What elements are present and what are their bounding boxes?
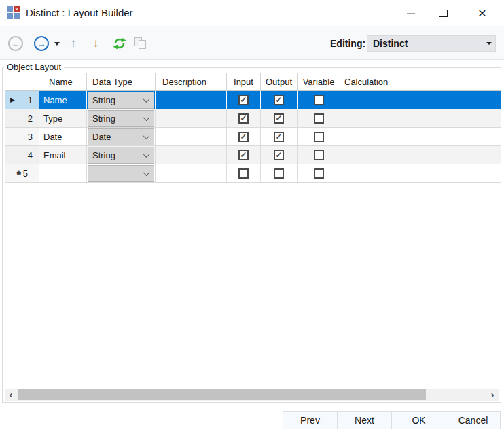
maximize-button[interactable] <box>427 0 458 26</box>
name-cell[interactable]: Date <box>39 128 87 145</box>
row-number: 4 <box>28 150 33 160</box>
chevron-down-icon <box>139 147 154 163</box>
cancel-button[interactable]: Cancel <box>446 411 501 429</box>
input-checkbox[interactable]: ✓ <box>238 113 249 124</box>
data-type-dropdown[interactable]: Date <box>88 128 154 145</box>
variable-checkbox[interactable] <box>314 150 324 160</box>
name-cell[interactable]: Type <box>39 109 87 127</box>
ok-button[interactable]: OK <box>391 411 446 429</box>
data-type-dropdown[interactable]: String <box>88 110 154 127</box>
data-type-dropdown[interactable]: String <box>88 92 154 109</box>
name-cell[interactable] <box>39 164 87 182</box>
current-row-marker-icon: ▶ <box>10 96 15 103</box>
input-checkbox[interactable] <box>238 168 249 179</box>
row-number: 3 <box>28 132 33 142</box>
move-down-button[interactable]: ↓ <box>90 26 102 60</box>
description-cell[interactable] <box>156 109 227 127</box>
grid-corner-header[interactable] <box>5 73 39 90</box>
output-checkbox[interactable]: ✓ <box>274 132 284 142</box>
table-row[interactable]: 3DateDate✓✓ <box>5 128 501 146</box>
move-up-button[interactable]: ↑ <box>67 26 79 60</box>
table-row[interactable]: 4EmailString✓✓ <box>5 146 501 164</box>
row-number: 5 <box>23 168 28 179</box>
scroll-left-button[interactable]: ‹ <box>5 389 17 401</box>
input-checkbox[interactable]: ✓ <box>238 150 249 160</box>
refresh-button[interactable] <box>111 26 128 60</box>
forward-icon: → <box>34 36 49 51</box>
output-checkbox[interactable] <box>274 168 284 179</box>
chevron-right-icon: › <box>491 389 494 400</box>
prev-button[interactable]: Prev <box>283 411 338 429</box>
table-row[interactable]: 2TypeString✓✓ <box>5 109 501 128</box>
horizontal-scrollbar[interactable]: ‹ › <box>5 389 499 401</box>
calculation-cell[interactable] <box>340 128 501 145</box>
calculation-cell[interactable] <box>340 164 501 182</box>
scroll-right-button[interactable]: › <box>486 389 499 401</box>
column-header-data-type[interactable]: Data Type <box>87 73 156 90</box>
row-header[interactable]: ✱5 <box>5 164 39 182</box>
editing-dropdown[interactable]: Distinct <box>367 35 496 52</box>
row-header[interactable]: 4 <box>5 146 39 164</box>
description-cell[interactable] <box>156 91 227 109</box>
data-type-value: Date <box>88 132 139 142</box>
calculation-cell[interactable] <box>340 109 501 127</box>
forward-button[interactable]: → <box>34 26 49 60</box>
data-type-cell: String <box>87 109 156 127</box>
chevron-down-icon <box>139 92 154 108</box>
chevron-down-icon <box>483 42 495 45</box>
column-header-description[interactable]: Description <box>156 73 227 90</box>
down-arrow-icon: ↓ <box>93 37 99 50</box>
close-button[interactable]: × <box>467 0 498 26</box>
row-header[interactable]: ▶1 <box>5 91 39 109</box>
next-button[interactable]: Next <box>337 411 392 429</box>
forward-dropdown-button[interactable] <box>53 26 61 60</box>
row-header[interactable]: 3 <box>5 128 39 145</box>
chevron-down-icon <box>139 166 154 181</box>
scrollbar-thumb[interactable] <box>18 389 426 400</box>
input-checkbox[interactable]: ✓ <box>238 95 249 105</box>
column-header-variable[interactable]: Variable <box>298 73 340 90</box>
back-button[interactable]: ← <box>8 26 23 60</box>
input-checkbox[interactable]: ✓ <box>238 132 249 142</box>
close-icon: × <box>478 5 486 21</box>
maximize-icon <box>439 10 448 17</box>
up-arrow-icon: ↑ <box>71 37 77 50</box>
data-type-dropdown[interactable]: String <box>88 147 154 164</box>
name-cell[interactable]: Name <box>39 91 87 109</box>
copy-paste-icon <box>134 37 147 50</box>
copy-layout-button[interactable] <box>133 26 148 60</box>
row-header[interactable]: 2 <box>5 109 39 127</box>
column-header-input[interactable]: Input <box>227 73 261 90</box>
description-cell[interactable] <box>156 128 227 145</box>
column-header-output[interactable]: Output <box>261 73 298 90</box>
variable-checkbox[interactable] <box>314 132 324 142</box>
variable-checkbox[interactable] <box>314 168 324 179</box>
column-header-calculation[interactable]: Calculation <box>340 73 501 90</box>
back-icon: ← <box>8 36 23 51</box>
chevron-down-icon <box>139 111 154 126</box>
calculation-cell[interactable] <box>340 91 501 109</box>
description-cell[interactable] <box>156 164 227 182</box>
table-row[interactable]: ▶1NameString✓✓ <box>5 91 501 109</box>
input-cell: ✓ <box>227 128 261 145</box>
output-checkbox[interactable]: ✓ <box>274 113 284 124</box>
footer-buttons: Prev Next OK Cancel <box>283 411 501 429</box>
output-checkbox[interactable]: ✓ <box>274 95 284 105</box>
variable-checkbox[interactable] <box>314 95 324 105</box>
name-cell[interactable]: Email <box>39 146 87 164</box>
editing-label: Editing: <box>330 26 365 60</box>
window-title: Distinct : Layout Builder <box>26 0 133 26</box>
column-header-name[interactable]: Name <box>39 73 87 90</box>
data-type-dropdown[interactable] <box>88 165 154 182</box>
table-row[interactable]: ✱5 <box>5 164 501 183</box>
app-icon-tile <box>7 13 13 19</box>
output-checkbox[interactable]: ✓ <box>274 150 284 160</box>
minimize-button[interactable] <box>395 0 427 26</box>
description-cell[interactable] <box>156 146 227 164</box>
app-icon-tile <box>14 13 20 19</box>
variable-checkbox[interactable] <box>314 113 324 124</box>
refresh-icon <box>112 36 127 51</box>
input-cell <box>227 164 261 182</box>
calculation-cell[interactable] <box>340 146 501 164</box>
data-type-cell: String <box>87 146 156 164</box>
